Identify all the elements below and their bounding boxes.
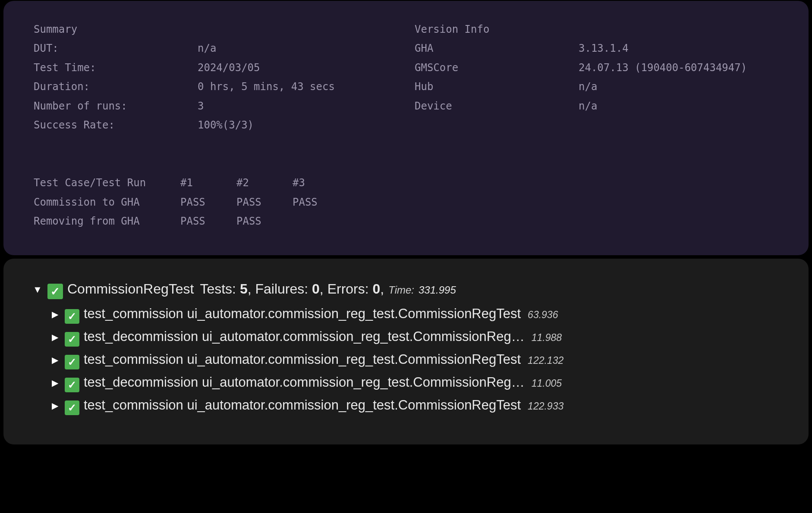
version-label: GHA — [415, 39, 579, 58]
runs-data-row: Removing from GHA PASS PASS — [34, 212, 778, 231]
expand-icon[interactable]: ▶ — [49, 355, 60, 365]
runs-testname: Removing from GHA — [34, 212, 180, 231]
runs-data-row: Commission to GHA PASS PASS PASS — [34, 193, 778, 212]
check-icon: ✓ — [65, 332, 79, 347]
version-row: GHA3.13.1.4 — [415, 39, 778, 58]
tree-test-row[interactable]: ▶ ✓ test_commission ui_automator.commiss… — [49, 306, 783, 322]
runs-header: #1 — [180, 173, 236, 192]
test-name: test_decommission — [84, 329, 198, 344]
check-icon: ✓ — [65, 378, 79, 392]
summary-row: DUT:n/a — [34, 39, 397, 58]
failures-count: 0 — [312, 281, 320, 297]
version-label: GMSCore — [415, 58, 579, 77]
test-path: ui_automator.commission_reg_test.Commiss… — [202, 329, 525, 344]
test-name: test_decommission — [84, 375, 198, 390]
test-path: ui_automator.commission_reg_test.Commiss… — [202, 375, 525, 390]
runs-result: PASS — [180, 193, 236, 212]
version-heading: Version Info — [415, 20, 489, 39]
summary-value: 2024/03/05 — [198, 58, 397, 77]
expand-icon[interactable]: ▶ — [49, 400, 60, 411]
test-time: 11.005 — [532, 378, 562, 389]
version-value: n/a — [579, 97, 778, 116]
summary-panel: Summary DUT:n/a Test Time:2024/03/05 Dur… — [3, 1, 809, 255]
summary-label: Duration: — [34, 77, 198, 96]
summary-heading: Summary — [34, 20, 77, 39]
runs-header-row: Test Case/Test Run #1 #2 #3 — [34, 173, 778, 192]
version-label: Device — [415, 97, 579, 116]
version-value: 3.13.1.4 — [579, 39, 778, 58]
version-row: GMSCore24.07.13 (190400-607434947) — [415, 58, 778, 77]
test-time: 122.132 — [528, 355, 563, 366]
test-path: ui_automator.commission_reg_test.Commiss… — [187, 306, 521, 321]
version-row: Devicen/a — [415, 97, 778, 116]
expand-icon[interactable]: ▶ — [49, 332, 60, 342]
version-label: Hub — [415, 77, 579, 96]
expand-icon[interactable]: ▶ — [49, 378, 60, 388]
test-path: ui_automator.commission_reg_test.Commiss… — [187, 352, 521, 367]
test-time: 63.936 — [528, 309, 558, 321]
summary-row: Number of runs:3 — [34, 97, 397, 116]
runs-table: Test Case/Test Run #1 #2 #3 Commission t… — [34, 173, 778, 231]
runs-result: PASS — [293, 193, 349, 212]
summary-value: 100%(3/3) — [198, 116, 397, 135]
summary-label: Success Rate: — [34, 116, 198, 135]
runs-testname: Commission to GHA — [34, 193, 180, 212]
test-path: ui_automator.commission_reg_test.Commiss… — [187, 397, 521, 413]
check-icon: ✓ — [65, 355, 79, 369]
tree-test-row[interactable]: ▶ ✓ test_commission ui_automator.commiss… — [49, 352, 783, 368]
version-column: Version Info GHA3.13.1.4 GMSCore24.07.13… — [415, 20, 778, 135]
runs-header: #3 — [293, 173, 349, 192]
runs-header-name: Test Case/Test Run — [34, 173, 180, 192]
failures-label: Failures: — [255, 281, 308, 297]
summary-row: Success Rate:100%(3/3) — [34, 116, 397, 135]
check-icon: ✓ — [65, 400, 79, 415]
summary-value: 3 — [198, 97, 397, 116]
version-row: Hubn/a — [415, 77, 778, 96]
runs-result — [293, 212, 349, 231]
test-time: 11.988 — [532, 332, 562, 344]
summary-row: Test Time:2024/03/05 — [34, 58, 397, 77]
summary-row: Duration:0 hrs, 5 mins, 43 secs — [34, 77, 397, 96]
runs-result: PASS — [236, 212, 293, 231]
test-time: 122.933 — [528, 400, 563, 412]
suite-time-label: Time: — [388, 284, 414, 296]
runs-result: PASS — [180, 212, 236, 231]
tree-test-row[interactable]: ▶ ✓ test_commission ui_automator.commiss… — [49, 397, 783, 413]
version-value: 24.07.13 (190400-607434947) — [579, 58, 778, 77]
version-value: n/a — [579, 77, 778, 96]
test-tree-panel: ▼ ✓ CommissionRegTest Tests: 5, Failures… — [3, 259, 809, 444]
tree-test-row[interactable]: ▶ ✓ test_decommission ui_automator.commi… — [49, 375, 783, 391]
check-icon: ✓ — [47, 284, 63, 299]
summary-label: Number of runs: — [34, 97, 198, 116]
tests-count: 5 — [240, 281, 248, 297]
test-name: test_commission — [84, 397, 183, 413]
expand-icon[interactable]: ▶ — [49, 309, 60, 319]
summary-value: n/a — [198, 39, 397, 58]
test-name: test_commission — [84, 352, 183, 367]
summary-value: 0 hrs, 5 mins, 43 secs — [198, 77, 397, 96]
suite-stats: Tests: 5, Failures: 0, Errors: 0, — [200, 281, 384, 297]
collapse-icon[interactable]: ▼ — [32, 284, 43, 295]
runs-result: PASS — [236, 193, 293, 212]
suite-name: CommissionRegTest — [67, 281, 194, 297]
check-icon: ✓ — [65, 309, 79, 324]
errors-count: 0 — [373, 281, 381, 297]
errors-label: Errors: — [327, 281, 369, 297]
runs-header: #2 — [236, 173, 293, 192]
summary-label: DUT: — [34, 39, 198, 58]
tree-test-row[interactable]: ▶ ✓ test_decommission ui_automator.commi… — [49, 329, 783, 345]
summary-column: Summary DUT:n/a Test Time:2024/03/05 Dur… — [34, 20, 397, 135]
tree-suite-row[interactable]: ▼ ✓ CommissionRegTest Tests: 5, Failures… — [32, 281, 783, 297]
test-name: test_commission — [84, 306, 183, 321]
summary-label: Test Time: — [34, 58, 198, 77]
tests-label: Tests: — [200, 281, 236, 297]
suite-time: 331.995 — [419, 284, 456, 296]
